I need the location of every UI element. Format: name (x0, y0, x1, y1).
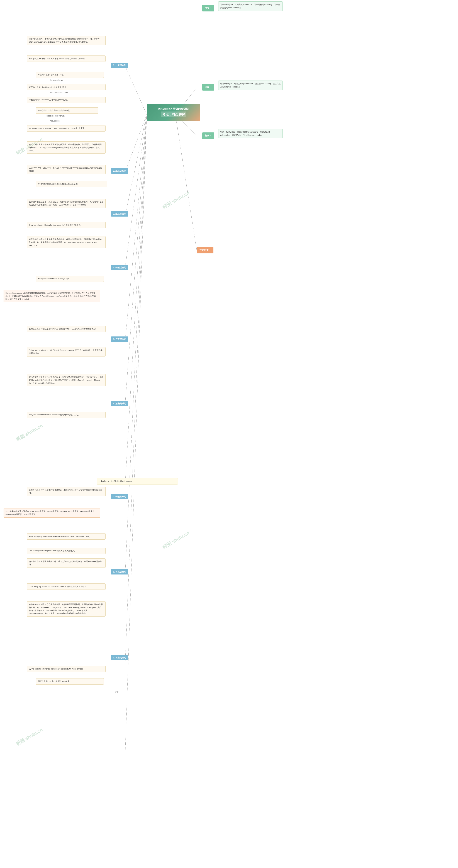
title-year: 2017年12月英语四级语法 (150, 107, 197, 111)
tense1-ex5-box: He usually goes to work at 7 o'clock eve… (27, 125, 105, 131)
watermark3: 树图 shutu.cn (15, 422, 44, 443)
future-node: 将来： (202, 132, 214, 139)
tense9-example2: 到下个月底，他步行将达到1000英里。 (38, 680, 71, 682)
future-label: 将来： (205, 134, 211, 137)
tense1-extra: 表述过去时道有一段时间内正在进行的活动：或表感情色彩、加强语气、与频率副词、如a… (29, 143, 104, 152)
tense5-label: 5. 过去进行时 (113, 338, 126, 340)
present-text: 现在一般时do，现在完成时havedone，现在进行时isdoing，现在完成进… (220, 83, 281, 88)
tense7-formula: am/are/is+going to+do;will/shall+am/is/a… (29, 535, 90, 537)
tense1-ex1: He works forus. (50, 79, 63, 82)
tense1-neg: 否定句：主语+don,t/doesn't+动词原形+其他 (29, 86, 66, 88)
tense6-label: 6. 过去完成时 (113, 402, 126, 405)
tense1-quest: 一般疑问句：Do/Does+主语+动词原形+其他。 (29, 99, 69, 101)
svg-line-13 (125, 115, 147, 752)
tense3-ex-box: They have lived in Bejing for five years… (27, 222, 105, 228)
past-top-text: 过去一般时did，过去完成时haddone，过去进行时wasdoing，过去完成… (220, 3, 280, 9)
tense8-desc-box: 描述在某个时间还没发生的动作、或划定到一定会发生的事情，主语+will+be+现… (27, 558, 105, 568)
past-top-content: 过去一般时did，过去完成时haddone，过去进行时wasdoing，过去完成… (218, 1, 283, 11)
svg-line-10 (125, 115, 147, 483)
tense7-label: 7. 一般将来时 (113, 495, 126, 498)
past-future-node: 过去将来： (197, 247, 214, 253)
tense2-form-box: 主语+be+v.ing（现在分词）形式;其中v表示动词;能表示现在正在进行的动作… (27, 165, 105, 174)
tense3-example: They have lived in Bejing for five years… (29, 224, 82, 226)
tense1-ex4: Yes,he does (50, 120, 60, 122)
tense5-ex-box: Beijing was hosting the 29th Olympic Gam… (27, 347, 105, 356)
tense6-desc: 表示在某个时间之前已经完成的动作，到过去某点的动作发生在「过去的过去」，其中有明… (29, 376, 104, 384)
tense1-form: 基本形式以do为例：第三人称单数：does(主语为非第三人称单数) (29, 57, 85, 60)
watermark2: 树图 shutu.cn (161, 190, 191, 210)
svg-line-4 (125, 66, 147, 115)
tense2-ex-box: We are having English class.我们正在上英语课。 (36, 181, 107, 187)
tense7-ex-box: I am leaving for Beijing tomorrow.我明天就要离… (27, 548, 105, 554)
tense9-example: By the end of next month, he will have t… (29, 668, 83, 670)
footnote: 赵宁 (115, 691, 119, 693)
tense5-example: Beijing was hosting the 29th Olympic Gam… (29, 349, 102, 354)
tense9-desc: 表在将来某时刻之前已已完成的事情，时间状语常常是指是、常用的时间介词by+某系的… (29, 603, 103, 614)
tense7-node: 7. 一般将来时 (111, 494, 128, 499)
tense1-quest-box: 一般疑问句：Do/Does+主语+动词原形+其他。 (27, 97, 105, 103)
tense7-form: 一般将来时的表达方法是be going to+动词原形；be+动词原形；beab… (5, 510, 96, 516)
future-text: 将来一般时willdo，将来完成时willhavedone，将来进行时willb… (220, 131, 270, 136)
svg-line-3 (175, 115, 197, 251)
center-title: 2017年12月英语四级语法 考点：时态讲解 (147, 104, 200, 121)
tense2-example: We are having English class.我们正在上英语课。 (38, 183, 79, 185)
tense8-label: 8. 将来进行时 (113, 570, 126, 573)
tense4-extra-box: He used to smoke a lot.他过去抽烟抽得很厉害。be动词+行… (4, 290, 100, 302)
page-container: 2017年12月英语四级语法 考点：时态讲解 现在： 现在一般时do，现在完成时… (0, 0, 458, 868)
tense7-example: I am leaving for Beijing tomorrow.我明天就要离… (29, 550, 76, 552)
tense7-desc: 表在将来某个时间会发生的动作或情况，tomorrow,next year等表示将… (29, 489, 102, 494)
tense2-node: 2. 现在进行时 (111, 168, 128, 174)
tense9-ex-box: By the end of next month, he will have t… (27, 666, 105, 672)
svg-line-8 (125, 115, 147, 340)
svg-line-12 (125, 115, 147, 662)
tense8-desc: 描述在某个时间还没发生的动作、或划定到一定会发生的事情，主语+will+be+现… (29, 560, 102, 565)
tense2-label: 2. 现在进行时 (113, 170, 126, 172)
title-main: 考点：时态讲解 (161, 112, 186, 117)
present-content: 现在一般时do，现在完成时havedone，现在进行时isdoing，现在完成进… (218, 81, 283, 90)
tense4-desc: 表示在某个特定时间里发生或完成的动作，或过去习惯性动作，不强调对现在的影响，只表… (29, 238, 104, 246)
svg-line-9 (125, 115, 147, 403)
tense6-node: 6. 过去完成时 (111, 401, 128, 406)
tense2-form: 主语+be+v.ing（现在分词）形式;其中v表示动词;能表示现在正在进行的动作… (29, 166, 102, 172)
tense1-desc-box: 主要用来表示人、事物的现在状况和特点表示经常性或习惯性的动作，句子中常有ofte… (27, 36, 105, 45)
tense1-neg-box: 否定句：主语+don,t/doesn't+动词原形+其他 (27, 84, 105, 90)
tense1-pos-box: 肯定句：主语+动词原形+其他 (36, 71, 104, 78)
tense9-node: 9. 将来完成时 (111, 655, 128, 660)
tense1-ex2: He doesn't work forus. (50, 91, 69, 94)
tense4-label: 4. 一般过去时 (113, 266, 126, 269)
tense9-label: 9. 将来完成时 (113, 656, 126, 659)
tense1-desc: 主要用来表示人、事物的现在状况和特点表示经常性或习惯性的动作，句子中常有ofte… (29, 38, 100, 43)
tense1-node: 1. 一般现在时 (111, 63, 128, 68)
tense6-example: They felt older than we had expected.他幼继… (29, 413, 80, 416)
svg-line-7 (125, 115, 147, 267)
tense4-ex-box: during the war;before;a few days ago (36, 276, 104, 282)
future-content: 将来一般时willdo，将来完成时willhavedone，将来进行时willb… (218, 129, 283, 138)
tense5-desc: 表示过去某个时刻或某段时间内正在发生的动作，主语+was/were+doing+… (29, 328, 96, 330)
past-future-label: 过去将来： (199, 249, 211, 251)
tense7-form-box: 一般将来时的表达方法是be going to+动词原形；be+动词原形；beab… (4, 508, 100, 518)
tense1-pos: 肯定句：主语+动词原形+其他 (38, 73, 64, 76)
tense1-form-box: 基本形式以do为例：第三人称单数：does(主语为非第三人称单数) (27, 56, 105, 62)
tense1-ex3: Does she work for us? (46, 115, 65, 117)
tense1-special: 特殊疑问句：疑问词+一般疑问句句型 (38, 110, 70, 112)
tense8-example: I'll be doing my homework this time tomo… (29, 585, 88, 588)
tense3-node: 3. 现在完成时 (111, 211, 128, 217)
tense1-special-box: 特殊疑问句：疑问词+一般疑问句句型 (36, 107, 98, 114)
tense5-node: 5. 过去进行时 (111, 337, 128, 342)
svg-line-6 (125, 115, 147, 215)
tense6-ex-box: They felt older than we had expected.他幼继… (27, 412, 105, 418)
tense8-node: 8. 将来进行时 (111, 569, 128, 575)
tense4-extra: He used to smoke a lot.他过去抽烟抽得很厉害。be动词+行… (5, 292, 96, 300)
tense4-keywords: erday;lastweek;in1945,atthattime;once; (97, 478, 178, 485)
tense9-ex2-box: 到下个月底，他步行将达到1000英里。 (36, 678, 104, 685)
tense4-desc-box: 表示在某个特定时间里发生或完成的动作，或过去习惯性动作，不强调对现在的影响，只表… (27, 236, 105, 248)
tense7-desc-box: 表在将来某个时间会发生的动作或情况，tomorrow,next year等表示将… (27, 487, 105, 496)
past-top-node: 过去： (202, 5, 214, 11)
tense3-desc: 表示动作发生在过去、完成在过去，但同现在或说话时刻有某种联系，其结构为：过去完成… (29, 200, 104, 206)
tense6-desc-box: 表示在某个时间之前已经完成的动作，到过去某点的动作发生在「过去的过去」，其中有明… (27, 374, 105, 386)
tense5-desc-box: 表示过去某个时刻或某段时间内正在发生的动作，主语+was/were+doing+… (27, 326, 105, 332)
past-top-label: 过去： (205, 7, 211, 9)
tense4-example: during the war;before;a few days ago (38, 278, 69, 280)
present-node: 现在： (202, 84, 214, 91)
svg-line-5 (125, 115, 147, 172)
